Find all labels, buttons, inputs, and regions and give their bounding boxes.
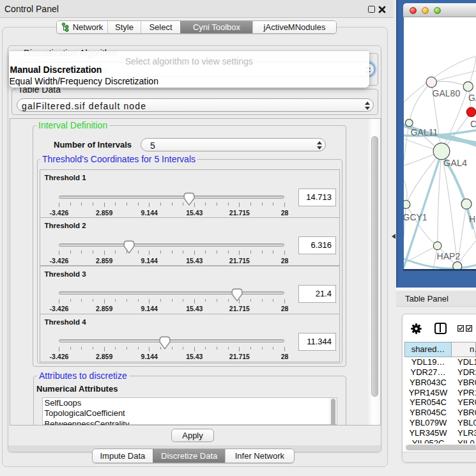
svg-text:GA: GA: [468, 93, 476, 103]
svg-text:GCY1: GCY1: [404, 212, 427, 222]
svg-text:GAL4: GAL4: [443, 158, 467, 168]
svg-text:C: C: [470, 119, 476, 129]
svg-text:H: H: [469, 214, 475, 224]
svg-text:GAL11: GAL11: [411, 127, 438, 137]
svg-text:GAL80: GAL80: [433, 88, 461, 98]
svg-text:HAP2: HAP2: [437, 251, 461, 261]
